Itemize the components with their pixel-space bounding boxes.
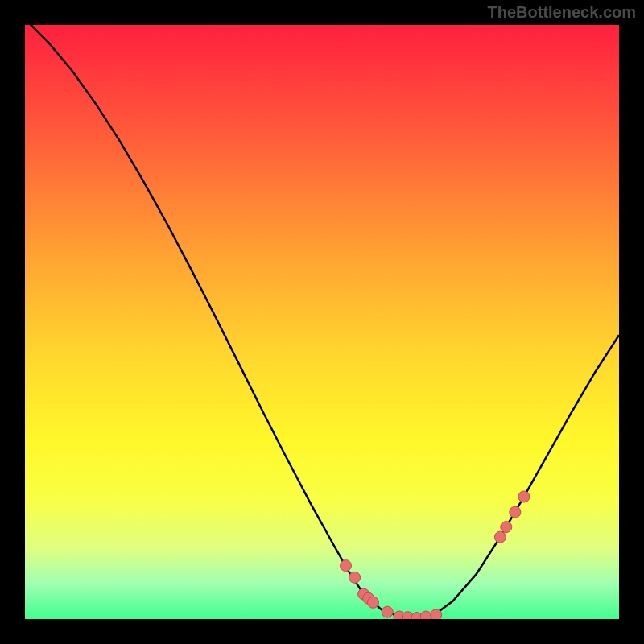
chart-svg	[25, 25, 619, 619]
plot-area	[25, 25, 619, 619]
svg-point-14	[518, 491, 530, 502]
chart-container: TheBottleneck.com	[0, 0, 644, 644]
svg-point-11	[494, 531, 506, 543]
svg-point-10	[431, 609, 442, 619]
svg-point-12	[501, 522, 512, 533]
watermark-text: TheBottleneck.com	[488, 3, 636, 22]
svg-point-13	[510, 506, 521, 518]
svg-point-1	[349, 572, 361, 583]
svg-point-4	[367, 597, 378, 608]
svg-point-0	[341, 560, 352, 572]
svg-point-5	[382, 606, 393, 617]
data-markers	[341, 491, 530, 619]
curve-line	[25, 25, 619, 618]
svg-point-9	[420, 611, 431, 619]
